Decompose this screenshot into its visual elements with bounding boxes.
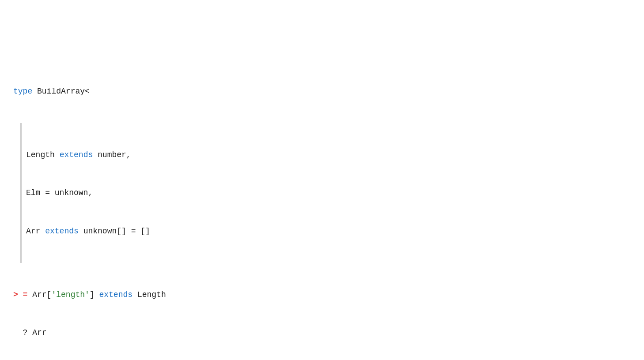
code-line-6: ? Arr xyxy=(13,326,631,339)
type-keyword-1: type xyxy=(13,87,32,96)
code-line-5: > = Arr['length'] extends Length xyxy=(13,289,631,301)
build-array-section: type BuildArray< Length extends number, … xyxy=(13,60,631,360)
code-line-4: Arr extends unknown[] = [] xyxy=(26,225,631,238)
code-line-3: Elm = unknown, xyxy=(26,187,631,199)
code-line-1: type BuildArray< xyxy=(13,85,631,98)
code-line-2: Length extends number, xyxy=(26,149,631,161)
code-block-indent: Length extends number, Elm = unknown, Ar… xyxy=(20,123,631,263)
code-editor: type BuildArray< Length extends number, … xyxy=(13,9,631,360)
